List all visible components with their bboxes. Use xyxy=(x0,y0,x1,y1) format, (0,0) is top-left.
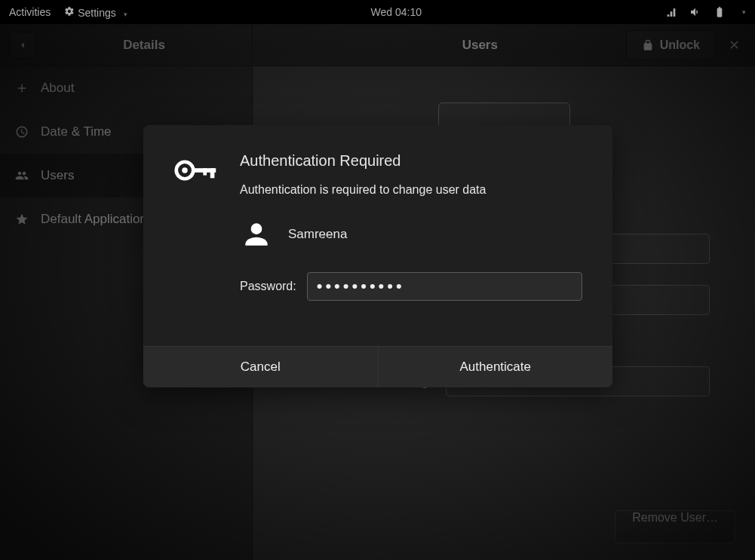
app-menu[interactable]: Settings ▾ xyxy=(64,6,127,19)
password-input[interactable] xyxy=(307,272,582,301)
app-menu-label: Settings xyxy=(78,7,116,19)
svg-rect-4 xyxy=(210,168,215,178)
dialog-message: Authentication is required to change use… xyxy=(240,183,582,197)
gnome-topbar: Activities Settings ▾ Wed 04:10 ▾ xyxy=(0,0,755,24)
dialog-title: Authentication Required xyxy=(240,152,582,170)
battery-icon xyxy=(714,6,726,18)
chevron-down-icon: ▾ xyxy=(742,8,746,16)
clock[interactable]: Wed 04:10 xyxy=(127,6,665,18)
svg-point-6 xyxy=(251,223,262,234)
cancel-button[interactable]: Cancel xyxy=(143,347,378,387)
authenticate-button[interactable]: Authenticate xyxy=(378,347,613,387)
svg-point-2 xyxy=(182,167,188,173)
volume-icon xyxy=(689,6,701,18)
dialog-user-name: Samreena xyxy=(288,227,347,242)
system-status-area[interactable]: ▾ xyxy=(665,6,746,18)
activities-button[interactable]: Activities xyxy=(9,6,51,18)
auth-dialog: Authentication Required Authentication i… xyxy=(143,125,612,387)
avatar-icon xyxy=(240,218,273,251)
svg-rect-5 xyxy=(203,168,207,175)
chevron-down-icon: ▾ xyxy=(124,11,127,18)
network-icon xyxy=(665,6,677,18)
password-label: Password: xyxy=(240,280,296,293)
settings-icon xyxy=(64,6,75,17)
key-icon xyxy=(173,152,219,301)
